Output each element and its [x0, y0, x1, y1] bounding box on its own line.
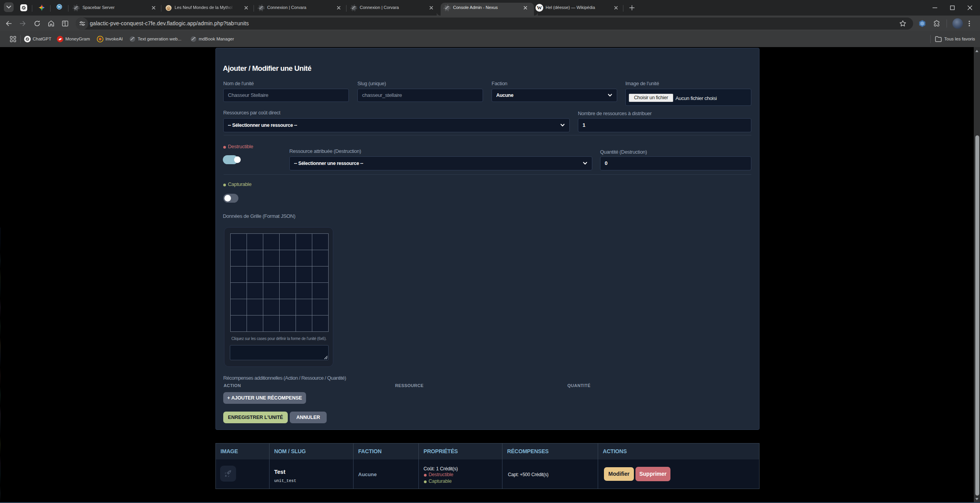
svg-text:W: W [58, 5, 61, 9]
